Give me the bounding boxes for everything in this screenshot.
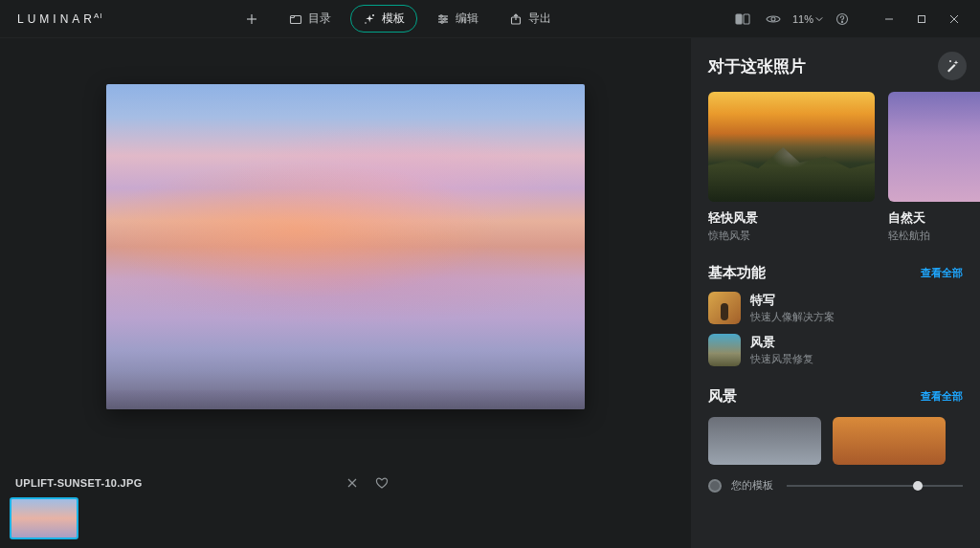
svg-rect-18 [919, 15, 925, 22]
filename-label: UPLIFT-SUNSET-10.JPG [15, 477, 143, 489]
essentials-see-all[interactable]: 查看全部 [921, 266, 963, 280]
svg-point-14 [771, 17, 775, 21]
templates-label: 模板 [382, 11, 405, 27]
svg-point-9 [443, 17, 445, 19]
template-strength-row: 您的模板 [708, 478, 980, 493]
compare-button[interactable] [729, 6, 756, 33]
edit-tab[interactable]: 编辑 [425, 6, 490, 32]
logo-text: LUMINAR [17, 12, 96, 26]
scenery-title: 风景 [708, 387, 737, 406]
svg-rect-13 [744, 14, 749, 24]
preset-subtitle: 惊艳风景 [708, 229, 875, 243]
main-photo[interactable] [106, 84, 585, 409]
export-tab[interactable]: 导出 [498, 6, 563, 32]
scenery-presets [708, 417, 980, 465]
preset-card[interactable]: 自然天 轻松航拍 [888, 92, 980, 243]
catalog-tab[interactable]: 目录 [278, 6, 343, 32]
heart-icon [375, 477, 389, 489]
reject-button[interactable] [346, 477, 358, 489]
logo-suffix: AI [94, 11, 103, 20]
template-label: 您的模板 [731, 478, 773, 493]
filmstrip [0, 493, 691, 548]
list-item[interactable]: 风景 快速风景修复 [708, 334, 980, 366]
list-item[interactable]: 特写 快速人像解决方案 [708, 292, 980, 324]
minimize-button[interactable] [873, 6, 905, 33]
zoom-dropdown[interactable]: 11% [791, 13, 825, 25]
item-subtitle: 快速人像解决方案 [750, 310, 835, 324]
filmstrip-thumb[interactable] [10, 497, 78, 539]
preset-card[interactable] [708, 417, 821, 465]
preset-card[interactable] [833, 417, 946, 465]
svg-point-10 [440, 20, 442, 22]
item-subtitle: 快速风景修复 [750, 352, 813, 366]
slider-knob[interactable] [913, 481, 923, 491]
edit-label: 编辑 [456, 11, 479, 27]
sparkle-icon [363, 12, 376, 26]
preset-card[interactable]: 轻快风景 惊艳风景 [708, 92, 875, 243]
scenery-see-all[interactable]: 查看全部 [921, 389, 963, 404]
close-button[interactable] [938, 6, 970, 33]
close-icon [346, 477, 358, 489]
preset-thumbnail [888, 92, 980, 202]
svg-rect-2 [290, 15, 301, 23]
svg-point-3 [372, 14, 374, 16]
add-button[interactable] [234, 8, 270, 31]
template-toggle[interactable] [708, 479, 722, 493]
window-controls [873, 6, 970, 33]
templates-tab[interactable]: 模板 [350, 5, 417, 33]
essentials-title: 基本功能 [708, 264, 766, 282]
svg-point-23 [949, 60, 951, 62]
essentials-list: 特写 快速人像解决方案 风景 快速风景修复 [708, 292, 980, 366]
preset-subtitle: 轻松航拍 [888, 229, 980, 243]
item-title: 特写 [750, 292, 835, 309]
sliders-icon [436, 12, 450, 26]
export-icon [509, 12, 523, 26]
strength-slider[interactable] [787, 485, 963, 487]
preset-name: 自然天 [888, 209, 980, 227]
svg-point-8 [439, 14, 441, 16]
item-thumbnail [708, 334, 741, 366]
canvas-area: UPLIFT-SUNSET-10.JPG [0, 38, 691, 548]
main-area: UPLIFT-SUNSET-10.JPG 对于这张照片 [0, 38, 980, 548]
catalog-label: 目录 [308, 11, 331, 27]
templates-panel: 对于这张照片 轻快风景 惊艳风景 自然天 轻松航拍 基本功能 查看全部 [691, 38, 980, 548]
maximize-button[interactable] [905, 6, 938, 33]
zoom-value: 11% [792, 13, 813, 25]
svg-point-4 [365, 22, 367, 24]
export-label: 导出 [528, 11, 551, 27]
app-logo: LUMINARAI [17, 11, 103, 26]
preset-thumbnail [708, 92, 875, 202]
canvas-wrap [0, 84, 691, 470]
top-bar: LUMINARAI 目录 模板 编辑 导出 [0, 0, 980, 38]
preset-name: 轻快风景 [708, 209, 875, 227]
panel-title: 对于这张照片 [708, 55, 806, 77]
ai-enhance-button[interactable] [938, 52, 967, 80]
topbar-right-group: 11% [729, 6, 856, 33]
filename-row: UPLIFT-SUNSET-10.JPG [0, 470, 691, 493]
favorite-button[interactable] [375, 477, 389, 489]
plus-icon [245, 12, 258, 26]
wand-icon [945, 58, 960, 74]
folder-icon [289, 12, 302, 26]
item-thumbnail [708, 292, 741, 324]
help-button[interactable] [829, 6, 856, 33]
preview-button[interactable] [760, 6, 787, 33]
suggested-presets: 轻快风景 惊艳风景 自然天 轻松航拍 [708, 92, 980, 243]
svg-rect-12 [736, 14, 742, 24]
item-title: 风景 [750, 334, 813, 351]
chevron-down-icon [815, 16, 823, 22]
svg-point-16 [841, 21, 842, 22]
